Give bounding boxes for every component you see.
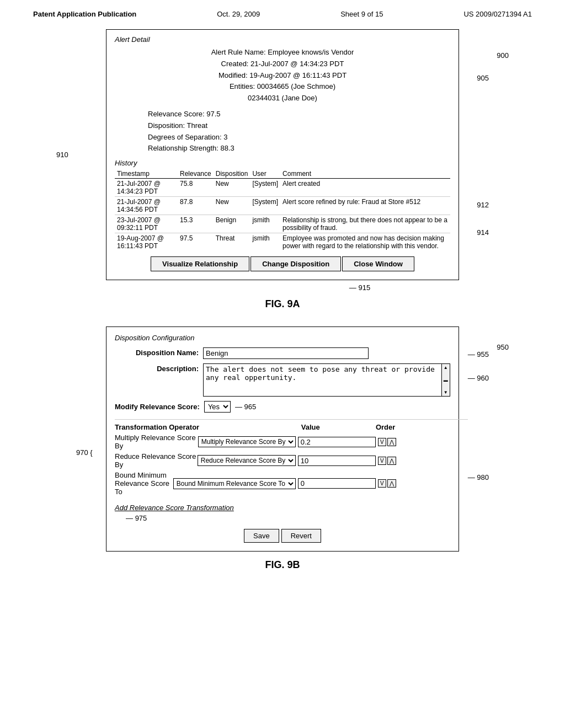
sheet-info: Sheet 9 of 15 <box>340 10 383 18</box>
modify-select[interactable]: Yes No <box>204 401 231 413</box>
annotation-980: — 980 <box>468 473 489 481</box>
alert-detail-title: Alert Detail <box>115 35 450 44</box>
degrees-separation: Degrees of Separation: 3 <box>148 132 450 143</box>
annotation-965: — 965 <box>235 403 256 411</box>
col-user: User <box>250 169 280 179</box>
col-disposition: Disposition <box>214 169 250 179</box>
relationship-strength: Relationship Strength: 88.3 <box>148 143 450 154</box>
operator-dropdown-1[interactable]: Multiply Relevance Score By <box>198 436 296 447</box>
divider <box>115 419 468 420</box>
fig9a-label: FIG. 9A <box>265 298 300 310</box>
row2-user: [System] <box>250 197 280 215</box>
transformation-section: Transformation Operator Value Order Mult… <box>115 423 450 522</box>
publication-title: Patent Application Publication <box>33 10 136 18</box>
fig9b-container: 950 Disposition Configuration Dispositio… <box>33 326 532 571</box>
row3-disposition: Benign <box>214 215 250 233</box>
trans-row-bound: Bound Minimum Relevance Score To Bound M… <box>115 471 450 496</box>
order-cell-1: V ⋀ <box>378 438 450 446</box>
value-cell-1[interactable]: 0.2 <box>298 437 376 447</box>
revert-button[interactable]: Revert <box>281 529 321 543</box>
table-row: 23-Jul-2007 @ 09:32:11 PDT 15.3 Benign j… <box>115 215 450 233</box>
value-cell-3[interactable]: 0 <box>298 478 376 489</box>
value-cell-2[interactable]: 10 <box>298 456 376 466</box>
history-title: History <box>115 159 450 167</box>
row1-relevance: 75.8 <box>178 179 214 197</box>
scroll-up-icon[interactable]: ▲ <box>444 365 448 370</box>
modified-date: Modified: 19-Aug-2007 @ 16:11:43 PDT <box>115 70 450 82</box>
row1-timestamp: 21-Jul-2007 @ 14:34:23 PDT <box>115 179 178 197</box>
annotation-914: 914 <box>477 228 489 237</box>
entities-line2: 02344031 (Jane Doe) <box>115 93 450 104</box>
row2-timestamp: 21-Jul-2007 @ 14:34:56 PDT <box>115 197 178 215</box>
row4-comment: Employee was promoted and now has decisi… <box>280 233 450 251</box>
save-revert-row: Save Revert <box>115 529 450 543</box>
operator-text-2: Reduce Relevance Score By <box>115 452 196 469</box>
row3-relevance: 15.3 <box>178 215 214 233</box>
annotation-970: 970 { <box>76 448 93 457</box>
order-up-1[interactable]: ⋀ <box>387 438 396 446</box>
close-window-button[interactable]: Close Window <box>342 256 414 271</box>
row4-relevance: 97.5 <box>178 233 214 251</box>
annotation-960: — 960 <box>468 374 489 382</box>
col-relevance: Relevance <box>178 169 214 179</box>
row3-timestamp: 23-Jul-2007 @ 09:32:11 PDT <box>115 215 178 233</box>
annotation-905: 905 <box>477 74 489 82</box>
scrollbar[interactable]: ▲ ▬ ▼ <box>442 363 450 397</box>
fig9b-label: FIG. 9B <box>265 559 300 571</box>
visualize-relationship-button[interactable]: Visualize Relationship <box>151 256 249 271</box>
rule-name: Alert Rule Name: Employee knows/is Vendo… <box>115 47 450 58</box>
order-cell-2: V ⋀ <box>378 457 450 465</box>
description-row: Description: The alert does not seem to … <box>115 363 450 397</box>
trans-header-row: Transformation Operator Value Order <box>115 423 450 431</box>
publication-date: Oct. 29, 2009 <box>217 10 260 18</box>
change-disposition-button[interactable]: Change Disposition <box>250 256 341 271</box>
add-transformation-area: Add Relevance Score Transformation <box>115 500 450 512</box>
entities-line1: Entities: 00034665 (Joe Schmoe) <box>115 81 450 93</box>
row2-relevance: 87.8 <box>178 197 214 215</box>
annotation-955: — 955 <box>468 350 489 358</box>
row4-timestamp: 19-Aug-2007 @ 16:11:43 PDT <box>115 233 178 251</box>
annotation-915: — 915 <box>349 283 370 292</box>
relevance-score: Relevance Score: 97.5 <box>148 109 450 120</box>
operator-text-1: Multiply Relevance Score By <box>115 433 197 450</box>
row4-disposition: Threat <box>214 233 250 251</box>
order-down-3[interactable]: V <box>378 479 386 488</box>
page-header: Patent Application Publication Oct. 29, … <box>0 0 565 24</box>
content-area: 900 910 Alert Detail Alert Rule Name: Em… <box>0 24 565 582</box>
trans-row-multiply: Multiply Relevance Score By Multiply Rel… <box>115 433 450 450</box>
save-button[interactable]: Save <box>244 529 279 543</box>
scroll-down-icon[interactable]: ▼ <box>444 390 448 395</box>
header-operator: Transformation Operator <box>115 423 301 431</box>
col-comment: Comment <box>280 169 450 179</box>
disposition-box: Disposition Configuration Disposition Na… <box>106 326 459 552</box>
operator-dropdown-2[interactable]: Reduce Relevance Score By <box>198 455 296 466</box>
trans-row-reduce: Reduce Relevance Score By Reduce Relevan… <box>115 452 450 469</box>
disposition-name-label: Disposition Name: <box>115 347 203 357</box>
order-down-2[interactable]: V <box>378 457 386 465</box>
description-wrap: The alert does not seem to pose any thre… <box>203 363 450 397</box>
scroll-thumb: ▬ <box>444 378 448 383</box>
description-label: Description: <box>115 363 203 373</box>
description-textarea[interactable]: The alert does not seem to pose any thre… <box>203 363 442 397</box>
row1-user: [System] <box>250 179 280 197</box>
disposition-value: Disposition: Threat <box>148 120 450 132</box>
row1-comment: Alert created <box>280 179 450 197</box>
col-timestamp: Timestamp <box>115 169 178 179</box>
order-up-2[interactable]: ⋀ <box>387 457 396 465</box>
patent-number: US 2009/0271394 A1 <box>463 10 532 18</box>
row2-comment: Alert score refined by rule: Fraud at St… <box>280 197 450 215</box>
order-down-1[interactable]: V <box>378 438 386 446</box>
row2-disposition: New <box>214 197 250 215</box>
operator-dropdown-3[interactable]: Bound Minimum Relevance Score To <box>173 478 296 489</box>
table-row: 19-Aug-2007 @ 16:11:43 PDT 97.5 Threat j… <box>115 233 450 251</box>
disposition-name-input[interactable] <box>203 347 369 359</box>
row1-disposition: New <box>214 179 250 197</box>
operator-cell-2: Reduce Relevance Score By Reduce Relevan… <box>115 452 296 469</box>
fig9b-wrapper: 950 Disposition Configuration Dispositio… <box>62 326 503 552</box>
row4-user: jsmith <box>250 233 280 251</box>
operator-cell-1: Multiply Relevance Score By Multiply Rel… <box>115 433 296 450</box>
order-up-3[interactable]: ⋀ <box>387 479 396 488</box>
add-transformation-link[interactable]: Add Relevance Score Transformation <box>115 504 234 512</box>
modify-label: Modify Relevance Score: <box>115 403 204 411</box>
order-cell-3: V ⋀ <box>378 479 450 488</box>
